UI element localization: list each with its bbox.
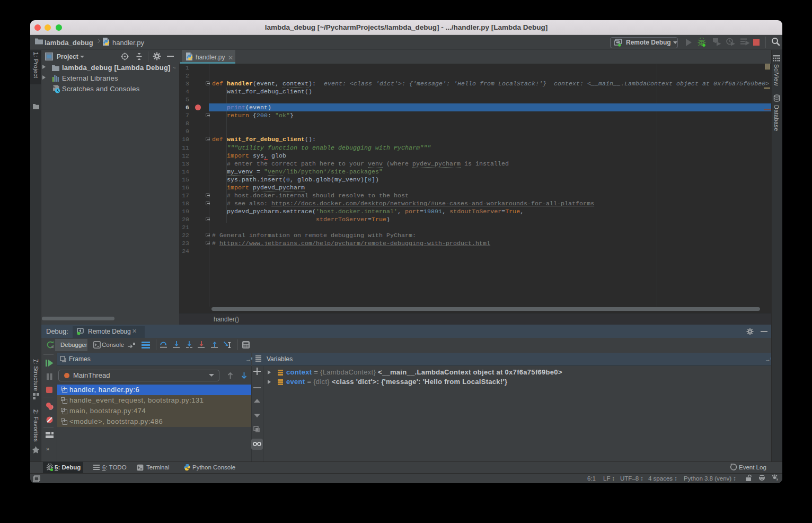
svg-text:?: ?: [776, 478, 778, 481]
